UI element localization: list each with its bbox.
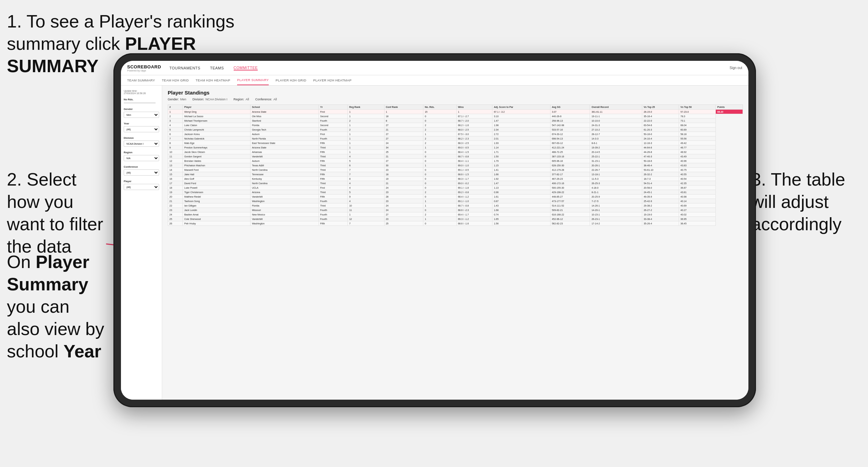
sub-nav-player-h2h-grid[interactable]: PLAYER H2H GRID — [276, 75, 306, 85]
table-cell: 67.1 / -3.2 — [492, 110, 550, 114]
table-cell: 24-45-1 — [642, 190, 679, 194]
table-row[interactable]: 9Preston SummerhaysArizona StateThird134… — [168, 145, 743, 150]
table-cell: 24-10-4 — [642, 136, 679, 141]
table-cell: Taehoon Song — [183, 199, 251, 203]
table-cell: Matthew Riedel — [183, 194, 251, 199]
table-cell: 50-18-6 — [642, 159, 679, 163]
table-row[interactable]: 12Brendan ValdesAuburnFifth527068.4 / -1… — [168, 159, 743, 163]
filter-gender-value: Men — [180, 98, 187, 101]
table-cell: Stanford — [251, 119, 319, 123]
table-cell: Phichaksn Maichon — [183, 163, 251, 168]
table-row[interactable]: 11Gordon SargentVanderbiltThird421068.7 … — [168, 154, 743, 159]
table-row[interactable]: 6Jackson KoivuAuburnFirst127167.5 / -3.0… — [168, 132, 743, 136]
table-cell: 0 — [423, 168, 456, 172]
no-rds-slider[interactable] — [124, 102, 156, 103]
table-cell: 1 — [348, 110, 385, 114]
nav-item-teams[interactable]: TEAMS — [210, 66, 224, 70]
table-row[interactable]: 4Luke ClatonFloridaSecond127268.2 / -1.6… — [168, 123, 743, 127]
table-cell: 12 — [168, 159, 183, 163]
table-cell: Wenyi Ding — [183, 110, 251, 114]
table-cell: 2 — [423, 212, 456, 217]
table-row[interactable]: 17David FordNorth CarolinaThird421069.0 … — [168, 181, 743, 186]
table-cell: 467-29-23 — [550, 177, 590, 181]
nav-sign-out[interactable]: Sign out — [730, 66, 742, 70]
table-cell: Vanderbilt — [251, 154, 319, 159]
sidebar-player-select[interactable]: (All) — [124, 184, 159, 190]
nav-item-tournaments[interactable]: TOURNAMENTS — [169, 66, 200, 70]
table-cell: 42.35 — [679, 181, 716, 186]
table-cell: 3 — [168, 119, 183, 123]
table-cell: 24 — [168, 212, 183, 217]
table-cell: Second — [319, 123, 347, 127]
table-cell: Luke Claton — [183, 123, 251, 127]
table-row[interactable]: 20Matthew RiedelVanderbiltFifth928068.4 … — [168, 194, 743, 199]
table-cell: Fourth — [319, 136, 347, 141]
table-cell: Third — [319, 181, 347, 186]
table-row[interactable]: 7Nicholas GabrelcikNorth FloridaFourth12… — [168, 136, 743, 141]
table-row[interactable]: 26Petr HrubyWashingtonFifth725068.6 / -1… — [168, 221, 743, 226]
table-cell: 25-22-1 — [590, 154, 642, 159]
table-row[interactable]: 3Michael ThorbjornsenStanfordFourth28068… — [168, 119, 743, 123]
table-cell: 20-26-1 — [590, 163, 642, 168]
sidebar-conference-select[interactable]: (All) — [124, 169, 159, 176]
table-cell: Fourth — [319, 119, 347, 123]
filter-row: Gender: Men Division: NCAA Division I Re… — [168, 98, 743, 101]
table-cell: 9 — [348, 194, 385, 199]
table-cell: 12-16-3 — [642, 141, 679, 145]
table-cell: 36.87 — [679, 186, 716, 190]
table-cell: 31-15-1 — [590, 159, 642, 163]
table-cell: 381-61-11 — [590, 110, 642, 114]
table-row[interactable]: 23Jack LundinMissouriFourth1124068.6 / -… — [168, 208, 743, 212]
col-avg-sg: Avg SG — [550, 105, 590, 110]
sub-nav-team-h2h-grid[interactable]: TEAM H2H GRID — [162, 75, 189, 85]
col-vs-top25: Vs Top 25 — [642, 105, 679, 110]
sidebar-gender-select[interactable]: Men — [124, 112, 159, 118]
sub-nav-team-h2h-heatmap[interactable]: TEAM H2H HEATMAP — [196, 75, 230, 85]
table-cell: 1.93 — [492, 141, 550, 145]
table-cell: Fifth — [319, 177, 347, 181]
table-cell: 412-221-24 — [550, 145, 590, 150]
table-cell: 8-6-1 — [590, 141, 642, 145]
table-row[interactable]: 13Phichaksn MaichonTexas A&MThird630169.… — [168, 163, 743, 168]
table-cell: Second — [319, 114, 347, 119]
table-row[interactable]: 15Jake HallTennesseeFifth718068.6 / -1.5… — [168, 172, 743, 177]
sidebar-region-select[interactable]: N/A — [124, 155, 159, 161]
sidebar-division-select[interactable]: NCAA Division I — [124, 141, 159, 147]
table-cell: Michael La Sasso — [183, 114, 251, 119]
table-cell: 6 — [168, 132, 183, 136]
table-row[interactable]: 14Maxwell FordNorth CarolinaThird723069.… — [168, 168, 743, 172]
table-cell: Brendan Valdes — [183, 159, 251, 163]
table-row[interactable]: 18Luke PowellUCLAFirst424069.1 / -1.81.1… — [168, 186, 743, 190]
table-cell: Alex Goff — [183, 177, 251, 181]
sub-nav-player-summary[interactable]: PLAYER SUMMARY — [237, 75, 269, 85]
table-row[interactable]: 1Wenyi DingArizona StateFirst1115167.1 /… — [168, 110, 743, 114]
sidebar-gender-label: Gender — [124, 108, 159, 111]
sub-nav-team-summary[interactable]: TEAM SUMMARY — [127, 75, 155, 85]
table-row[interactable]: 10Jacob Skov OlesenArkansasFifth125068.4… — [168, 150, 743, 154]
table-row[interactable]: 2Michael La SassoOle MissSecond118067.1 … — [168, 114, 743, 119]
table-row[interactable]: 16Alex GoffKentuckyFifth819068.3 / -1.71… — [168, 177, 743, 181]
sidebar-year-select[interactable]: (All) — [124, 126, 159, 132]
table-cell: Ole Miss — [251, 114, 319, 119]
table-cell: Auburn — [251, 132, 319, 136]
table-cell: 4-18-0 — [590, 186, 642, 190]
table-cell: Cole Sherwood — [183, 217, 251, 221]
table-row[interactable]: 8Mats EgeEast Tennessee StateFifth124268… — [168, 141, 743, 145]
sub-nav-player-h2h-heatmap[interactable]: PLAYER H2H HEATMAP — [313, 75, 352, 85]
table-row[interactable]: 24Bastien AmatNew MexicoFourth127269.4 /… — [168, 212, 743, 217]
table-row[interactable]: 19Tiger ChristensenArizonaThird523269.2 … — [168, 190, 743, 194]
table-cell: Bastien Amat — [183, 212, 251, 217]
table-cell: Fifth — [319, 172, 347, 177]
table-cell: 27 — [384, 159, 423, 163]
nav-item-committee[interactable]: COMMITTEE — [234, 66, 258, 70]
table-row[interactable]: 22Ian GilliganFloridaThird1024168.7 / -0… — [168, 203, 743, 208]
table-row[interactable]: 5Christo LamprechtGeorgia TechFourth2212… — [168, 127, 743, 132]
table-cell: 36.45 — [679, 221, 716, 226]
table-row[interactable]: 21Taehoon SongWashingtonFourth423169.1 /… — [168, 199, 743, 203]
table-cell: 1 — [348, 114, 385, 119]
tablet-screen: SCOREBOARD Powered by clippi TOURNAMENTS… — [121, 61, 748, 400]
table-cell: 40.55 — [679, 172, 716, 177]
table-cell: 616-168-22 — [550, 212, 590, 217]
table-cell: 43.49 — [679, 154, 716, 159]
table-row[interactable]: 25Cole SherwoodVanderbiltFourth1223169.3… — [168, 217, 743, 221]
